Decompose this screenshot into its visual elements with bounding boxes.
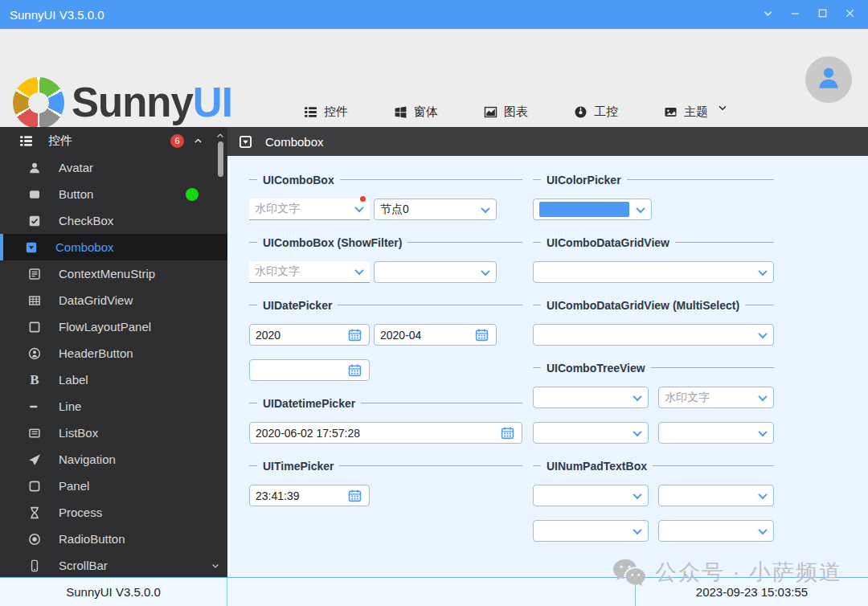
combodatagridview-multiselect[interactable] — [533, 324, 774, 346]
nav-item-label: 窗体 — [414, 104, 438, 120]
calendar-icon[interactable] — [501, 426, 514, 440]
calendar-icon[interactable] — [348, 489, 362, 502]
logo-text-ui: UI — [193, 80, 232, 125]
timepicker[interactable]: 23:41:39 — [249, 485, 370, 506]
combobox-filter-empty[interactable] — [374, 261, 497, 283]
numpad-2[interactable] — [658, 485, 774, 506]
sidebar-item-label: ListBox — [59, 426, 98, 440]
group-title: UIComboTreeView — [533, 361, 774, 375]
calendar-icon[interactable] — [348, 328, 362, 342]
sidebar-item-label: Combobox — [55, 240, 114, 254]
content-column-left: UIComboBox水印文字节点0UIComboBox (ShowFilter)… — [249, 156, 522, 577]
group-title-line — [361, 403, 522, 403]
combotreeview-1[interactable] — [533, 387, 649, 408]
group-title: UIComboDataGridView — [533, 235, 774, 249]
group-title-dash — [249, 465, 257, 466]
group-title: UIDatePicker — [249, 298, 522, 312]
combotreeview-4[interactable] — [658, 422, 774, 444]
chevron-down-icon[interactable] — [633, 489, 641, 498]
sidebar-item-panel[interactable]: Panel — [0, 473, 227, 499]
chevron-down-icon[interactable] — [633, 391, 641, 400]
group-uicombobox-showfilter: UIComboBox (ShowFilter)水印文字 — [249, 235, 522, 283]
combotreeview-3[interactable] — [533, 422, 649, 444]
chevron-down-icon[interactable] — [354, 203, 363, 212]
sidebar-item-process[interactable]: Process — [0, 499, 227, 526]
collapse-chevron-icon[interactable] — [193, 136, 203, 146]
color-swatch — [539, 202, 629, 217]
sidebar-item-label[interactable]: BLabel — [0, 366, 227, 393]
control-row: 水印文字节点0 — [249, 199, 522, 220]
user-avatar[interactable] — [805, 56, 852, 103]
sidebar-item-combobox[interactable]: Combobox — [0, 234, 227, 260]
chevron-down-icon[interactable] — [481, 203, 489, 212]
sidebar-item-navigation[interactable]: Navigation — [0, 446, 227, 473]
sidebar-item-checkbox[interactable]: CheckBox — [0, 207, 227, 234]
chevron-down-icon[interactable] — [758, 489, 767, 498]
group-title-dash — [533, 242, 541, 243]
numpad-1[interactable] — [533, 485, 649, 506]
group-uicombobox: UIComboBox水印文字节点0 — [249, 173, 522, 220]
chevron-down-icon[interactable] — [633, 427, 641, 436]
chevron-down-icon[interactable] — [758, 525, 767, 534]
sidebar-scrollbar[interactable] — [217, 129, 225, 574]
scrollbar-thumb[interactable] — [218, 141, 223, 177]
numpad-3[interactable] — [533, 520, 649, 542]
sidebar-item-flowlayoutpanel[interactable]: FlowLayoutPanel — [0, 313, 227, 340]
sidebar-item-contextmenustrip[interactable]: ContextMenuStrip — [0, 260, 227, 287]
sidebar-item-button[interactable]: Button — [0, 181, 227, 207]
gauge-icon — [574, 105, 588, 119]
numpad-4[interactable] — [658, 520, 774, 542]
sidebar-item-datagridview[interactable]: DataGridView — [0, 287, 227, 313]
datetimepicker[interactable]: 2020-06-02 17:57:28 — [249, 422, 522, 444]
extend-button[interactable] — [761, 8, 775, 22]
sidebar-item-radiobutton[interactable]: RadioButton — [0, 526, 227, 552]
chevron-down-icon[interactable] — [758, 329, 767, 338]
chevron-down-icon[interactable] — [758, 391, 767, 400]
sidebar-header[interactable]: 控件 6 — [0, 127, 227, 154]
chevron-down-icon[interactable] — [758, 427, 767, 436]
datepicker-year[interactable]: 2020 — [249, 324, 370, 346]
group-uidatetimepicker: UIDatetimePicker2020-06-02 17:57:28 — [249, 396, 522, 444]
sidebar-item-label: ScrollBar — [59, 559, 108, 572]
sidebar-item-headerbutton[interactable]: HeaderButton — [0, 340, 227, 366]
nav-item-charts[interactable]: 图表 — [484, 102, 528, 121]
combobox-filter-watermark[interactable]: 水印文字 — [249, 261, 370, 283]
datepicker-empty[interactable] — [249, 359, 370, 381]
sidebar-item-line[interactable]: Line — [0, 393, 227, 420]
chevron-down-icon[interactable] — [636, 203, 645, 212]
nav-item-industrial[interactable]: 工控 — [574, 102, 618, 121]
status-bar: SunnyUI V3.5.0.0 2023-09-23 15:03:55 — [0, 577, 868, 606]
minimize-button[interactable] — [788, 8, 802, 22]
close-button[interactable] — [843, 8, 857, 22]
nav-item-controls[interactable]: 控件 — [304, 102, 348, 121]
calendar-icon[interactable] — [475, 328, 489, 342]
colorpicker[interactable] — [533, 199, 652, 220]
combobox-node[interactable]: 节点0 — [374, 199, 497, 220]
group-title-line — [407, 242, 522, 243]
chevron-down-icon[interactable] — [633, 525, 641, 534]
listbox-icon — [27, 427, 42, 440]
chevron-down-icon[interactable] — [717, 102, 728, 121]
sidebar-item-listbox[interactable]: ListBox — [0, 420, 227, 446]
status-dot — [186, 188, 199, 201]
sidebar-item-avatar[interactable]: Avatar — [0, 154, 227, 181]
maximize-button[interactable] — [816, 8, 829, 22]
checkbox-icon — [27, 215, 42, 227]
combotreeview-2[interactable]: 水印文字 — [658, 387, 774, 408]
scroll-down-icon[interactable] — [211, 559, 220, 574]
chevron-down-icon[interactable] — [354, 266, 363, 275]
datepicker-month[interactable]: 2020-04 — [374, 324, 497, 346]
content-body: UIComboBox水印文字节点0UIComboBox (ShowFilter)… — [227, 156, 868, 577]
sidebar-item-scrollbar[interactable]: ScrollBar — [0, 552, 227, 577]
nav-item-forms[interactable]: 窗体 — [394, 102, 438, 121]
group-title-line — [339, 465, 522, 466]
chevron-down-icon[interactable] — [481, 266, 489, 275]
logo-text-sunny: Sunny — [72, 80, 193, 125]
chevron-down-icon[interactable] — [758, 266, 767, 275]
combobox-watermark[interactable]: 水印文字 — [249, 199, 370, 220]
calendar-icon[interactable] — [348, 363, 362, 377]
combobox-icon — [239, 135, 252, 149]
nav-item-theme[interactable]: 主题 — [664, 102, 708, 121]
combodatagridview[interactable] — [533, 261, 774, 283]
control-row — [249, 359, 522, 381]
